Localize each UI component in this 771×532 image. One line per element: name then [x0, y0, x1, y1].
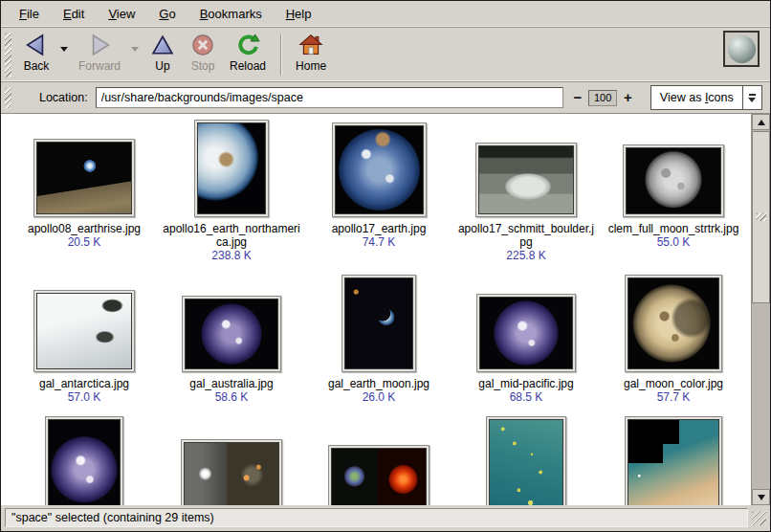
- zoom-out-button[interactable]: −: [569, 89, 587, 106]
- file-size: 238.8 K: [211, 249, 251, 263]
- chevron-down-icon: [60, 47, 68, 52]
- up-icon: [149, 32, 176, 58]
- arrow-up-icon: [758, 120, 765, 125]
- home-icon: [297, 32, 324, 58]
- location-input[interactable]: [96, 87, 563, 108]
- file-name: gal_earth_moon.jpg: [308, 377, 450, 390]
- dropdown-arrow-icon: [749, 94, 756, 96]
- zoom-in-button[interactable]: +: [619, 89, 637, 106]
- forward-button[interactable]: Forward: [72, 31, 127, 74]
- icon-row: [11, 418, 751, 505]
- chevron-down-icon: [131, 47, 139, 52]
- view-mode-dropdown-button[interactable]: [742, 86, 761, 109]
- location-label: Location:: [39, 91, 88, 104]
- menu-help[interactable]: Help: [277, 4, 320, 24]
- thumbnail-frame: [625, 416, 722, 505]
- scrollbar-thumb[interactable]: [752, 131, 770, 303]
- file-size: 57.0 K: [68, 390, 101, 405]
- file-name: gal_australia.jpg: [161, 377, 302, 390]
- thumbnail-apollo08-earthrise: [36, 142, 132, 214]
- file-name: apollo17_earth.jpg: [308, 222, 450, 235]
- icon-view-pane: apollo08_earthrise.jpg 20.5 K apollo16_e…: [1, 114, 770, 505]
- file-manager-window: File Edit View Go Bookmarks Help Back Fo…: [0, 0, 771, 532]
- menu-go[interactable]: Go: [150, 4, 184, 24]
- thumbnail-gal-earth-moon: [344, 277, 413, 369]
- reload-button[interactable]: Reload: [223, 31, 273, 74]
- thumbnail-gal-antarctica: [36, 293, 132, 369]
- locationbar-drag-handle[interactable]: [5, 87, 11, 108]
- menu-bookmarks[interactable]: Bookmarks: [191, 4, 271, 24]
- menu-view[interactable]: View: [99, 4, 143, 24]
- menu-file[interactable]: File: [11, 4, 48, 24]
- file-name: gal_mid-pacific.jpg: [455, 377, 597, 390]
- toolbar: Back Forward Up Stop: [1, 28, 770, 82]
- vertical-scrollbar[interactable]: [751, 114, 770, 505]
- menu-edit[interactable]: Edit: [55, 4, 93, 24]
- status-text: "space" selected (containing 29 items): [5, 508, 748, 527]
- file-item[interactable]: apollo16_earth_northamerica.jpg 238.8 K: [158, 122, 305, 263]
- file-size: 26.0 K: [363, 390, 396, 405]
- back-history-dropdown[interactable]: [56, 34, 72, 63]
- up-button[interactable]: Up: [143, 31, 183, 74]
- file-item[interactable]: gal_antarctica.jpg 57.0 K: [11, 277, 158, 405]
- thumbnail-galaxy-pair: [184, 442, 279, 505]
- file-item[interactable]: [11, 418, 158, 505]
- reload-label: Reload: [230, 59, 266, 73]
- scrollbar-trough[interactable]: [752, 130, 770, 489]
- throbber-sphere-icon: [728, 35, 756, 63]
- stop-button[interactable]: Stop: [183, 31, 223, 74]
- file-item[interactable]: [600, 418, 747, 505]
- view-mode-dropdown[interactable]: View as Icons: [650, 85, 762, 110]
- stop-label: Stop: [191, 59, 215, 73]
- home-label: Home: [296, 59, 326, 73]
- file-item[interactable]: [305, 418, 452, 505]
- file-item[interactable]: [452, 418, 600, 505]
- file-item[interactable]: gal_moon_color.jpg 57.7 K: [600, 277, 747, 405]
- forward-history-dropdown[interactable]: [127, 34, 143, 63]
- file-size: 58.6 K: [215, 390, 249, 405]
- file-item[interactable]: gal_australia.jpg 58.6 K: [158, 277, 305, 405]
- up-label: Up: [155, 59, 169, 73]
- file-item[interactable]: gal_mid-pacific.jpg 68.5 K: [452, 277, 600, 405]
- throbber: [723, 31, 760, 67]
- back-icon: [23, 32, 50, 58]
- thumbnail-frame: [625, 275, 722, 372]
- thumbnail-gal-moon-color: [628, 277, 719, 369]
- reload-icon: [234, 32, 261, 58]
- thumbnail-frame: [341, 275, 416, 372]
- statusbar: "space" selected (containing 29 items): [1, 505, 770, 531]
- thumbnail-earth-purple: [48, 419, 121, 505]
- location-bar: Location: − 100 + View as Icons: [1, 82, 770, 114]
- thumbnail-frame: [623, 144, 724, 217]
- toolbar-separator: [280, 34, 281, 76]
- thumbnail-frame: [182, 296, 281, 372]
- thumbnail-frame: [332, 122, 427, 217]
- file-item[interactable]: gal_earth_moon.jpg 26.0 K: [305, 277, 452, 405]
- scroll-up-button[interactable]: [752, 114, 770, 130]
- file-name: apollo08_earthrise.jpg: [13, 222, 155, 235]
- toolbar-drag-handle[interactable]: [5, 33, 11, 78]
- thumbnail-apollo16-earth: [197, 122, 266, 214]
- window-resize-grip[interactable]: [752, 511, 766, 525]
- thumbnail-apollo17-schmitt-boulder: [478, 145, 574, 214]
- file-item[interactable]: apollo17_schmitt_boulder.jpg 225.8 K: [452, 122, 600, 263]
- thumbnail-comet-streaks: [489, 419, 563, 505]
- file-item[interactable]: apollo08_earthrise.jpg 20.5 K: [11, 122, 158, 263]
- file-name: gal_moon_color.jpg: [603, 377, 744, 390]
- thumbnail-frame: [486, 416, 566, 505]
- file-item[interactable]: apollo17_earth.jpg 74.7 K: [305, 122, 452, 263]
- back-button[interactable]: Back: [16, 31, 56, 74]
- back-label: Back: [24, 59, 50, 73]
- file-item[interactable]: [158, 418, 305, 505]
- menubar: File Edit View Go Bookmarks Help: [1, 1, 770, 28]
- file-item[interactable]: clem_full_moon_strtrk.jpg 55.0 K: [600, 122, 747, 263]
- home-button[interactable]: Home: [289, 31, 333, 74]
- icon-row: gal_antarctica.jpg 57.0 K gal_australia.…: [11, 277, 751, 405]
- file-name: apollo16_earth_northamerica.jpg: [161, 222, 302, 249]
- thumbnail-frame: [475, 143, 577, 217]
- file-name: gal_antarctica.jpg: [13, 377, 155, 390]
- thumbnail-frame: [33, 290, 135, 372]
- thumbnail-gal-mid-pacific: [479, 297, 573, 369]
- icon-view: apollo08_earthrise.jpg 20.5 K apollo16_e…: [1, 114, 751, 505]
- scroll-down-button[interactable]: [752, 489, 770, 505]
